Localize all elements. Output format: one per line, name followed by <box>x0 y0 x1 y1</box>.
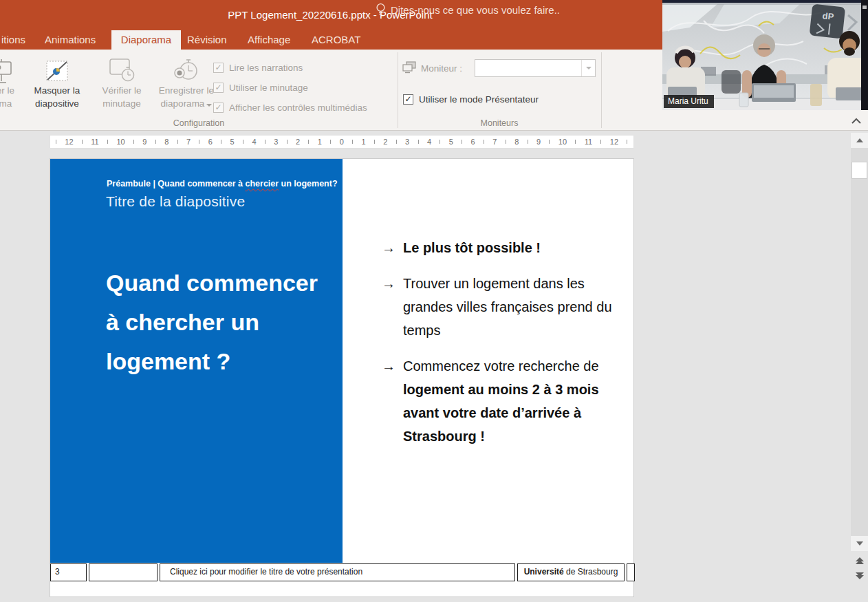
window-title: PPT Logement_20220616.pptx - PowerPoint <box>0 9 660 21</box>
tab-revision[interactable]: Révision <box>187 30 227 50</box>
ruler-tick <box>56 140 56 144</box>
ruler-number: 6 <box>471 138 475 146</box>
checkbox-label: Afficher les contrôles multimédias <box>229 103 367 113</box>
chevron-down-icon <box>581 60 595 76</box>
ruler-number: 8 <box>514 138 519 146</box>
slide-footer-table: 3 Cliquez ici pour modifier le titre de … <box>50 563 635 581</box>
ruler-number: 0 <box>340 138 344 146</box>
ruler-number: 3 <box>405 138 409 146</box>
scroll-up-icon[interactable] <box>851 133 868 148</box>
record-slideshow-button[interactable]: Enregistrer le diaporama <box>153 52 220 124</box>
ruler-tick <box>352 140 353 144</box>
hide-slide-icon <box>25 52 89 84</box>
ruler-tick <box>484 140 484 144</box>
use-presenter-view-checkbox[interactable]: ✓ Utiliser le mode Présentateur <box>403 89 539 109</box>
record-slideshow-icon <box>153 52 220 84</box>
ruler-tick <box>374 140 375 144</box>
misspelled-word: chercier <box>245 179 279 189</box>
slide-canvas[interactable]: Préambule | Quand commencer à chercier u… <box>50 158 634 597</box>
slide-heading[interactable]: Quand commencer à chercher un logement ? <box>106 264 354 381</box>
arrow-bullet-icon: → <box>382 236 403 259</box>
ruler-number: 5 <box>230 138 235 146</box>
scroll-down-icon[interactable] <box>851 536 868 551</box>
bullet-text: Commencez votre recherche de logement au… <box>403 354 629 448</box>
rehearse-timings-button[interactable]: Vérifier le minutage <box>91 52 153 124</box>
slide-eyebrow-text[interactable]: Préambule | Quand commencer à chercier u… <box>107 179 338 189</box>
ruler-number: 12 <box>610 138 618 146</box>
monitor-dropdown[interactable] <box>475 59 596 77</box>
lightbulb-icon <box>376 3 386 17</box>
checkbox-label: Lire les narrations <box>229 63 303 73</box>
vertical-scrollbar[interactable] <box>851 133 868 551</box>
previous-slide-icon[interactable] <box>853 555 867 567</box>
slide-number-cell[interactable]: 3 <box>50 563 87 581</box>
tab-affichage[interactable]: Affichage <box>248 30 290 50</box>
tab-acrobat[interactable]: ACROBAT <box>312 30 360 50</box>
ruler-tick <box>440 140 440 144</box>
ruler-number: 11 <box>585 138 592 146</box>
ruler-tick <box>107 140 108 144</box>
monitor-icon <box>402 61 417 74</box>
ruler-number: 5 <box>449 138 453 146</box>
ruler-tick <box>155 140 156 144</box>
tab-transitions-partial[interactable]: itions <box>1 30 25 50</box>
ruler-tick <box>221 140 221 144</box>
checkbox-use-timings[interactable]: ✓Utiliser le minutage <box>213 78 367 98</box>
checkbox-play-narrations[interactable]: ✓Lire les narrations <box>213 58 367 78</box>
ruler-number: 1 <box>318 138 322 146</box>
monitor-label: Moniteur : <box>421 63 462 74</box>
group-divider <box>601 52 602 128</box>
ruler-number: 1 <box>361 138 365 146</box>
checkbox-show-media-controls[interactable]: ✓Afficher les contrôles multimédias <box>213 98 367 118</box>
ruler-tick <box>265 140 265 144</box>
ruler-number: 2 <box>296 138 300 146</box>
webcam-scene: dP <box>662 0 868 110</box>
horizontal-ruler[interactable]: 1211109876543210123456789101112 <box>50 135 634 149</box>
tab-diaporama[interactable]: Diaporama <box>111 30 181 50</box>
footer-empty-cell[interactable] <box>89 563 158 581</box>
slide-subtitle-placeholder[interactable]: Titre de la diapositive <box>106 193 245 210</box>
checkbox-checked-icon: ✓ <box>213 103 224 113</box>
participant-name-tag: Maria Uritu <box>664 95 714 108</box>
tell-me-label: Dites-nous ce que vous voulez faire.. <box>391 4 560 16</box>
footer-title-placeholder-cell[interactable]: Cliquez ici pour modifier le titre de vo… <box>160 563 515 581</box>
hide-slide-button[interactable]: Masquer la diapositive <box>25 52 89 124</box>
tell-me-box[interactable]: Dites-nous ce que vous voulez faire.. <box>376 0 560 19</box>
monitor-dropdown-value <box>475 60 581 76</box>
ruler-number: 7 <box>492 138 497 146</box>
next-slide-icon[interactable] <box>853 570 867 582</box>
ruler-number: 9 <box>142 138 147 146</box>
ruler-number: 6 <box>208 138 213 146</box>
bullet-text: Trouver un logement dans les grandes vil… <box>403 272 629 342</box>
collapse-ribbon-chevron-icon[interactable] <box>850 117 864 127</box>
ruler-number: 12 <box>65 138 73 146</box>
ruler-tick <box>528 140 528 144</box>
ruler-number: 9 <box>536 138 541 146</box>
ruler-tick <box>627 140 627 144</box>
arrow-bullet-icon: → <box>382 272 403 342</box>
bullet-item[interactable]: →Trouver un logement dans les grandes vi… <box>382 272 629 342</box>
scrollbar-thumb[interactable] <box>851 162 867 179</box>
bullet-item[interactable]: →Le plus tôt possible ! <box>382 236 629 259</box>
slideshow-options: ✓Lire les narrations✓Utiliser le minutag… <box>213 58 367 118</box>
webcam-video-overlay[interactable]: dP <box>662 0 868 110</box>
ruler-number: 11 <box>91 138 98 146</box>
checkbox-label: Utiliser le minutage <box>229 83 308 93</box>
rehearse-timings-icon <box>91 52 153 84</box>
ruler-number: 8 <box>164 138 169 146</box>
ruler-tick <box>418 140 419 144</box>
ruler-tick <box>396 140 397 144</box>
ruler-number: 7 <box>186 138 191 146</box>
ruler-number: 3 <box>274 138 278 146</box>
tab-animations[interactable]: Animations <box>45 30 96 50</box>
bullet-item[interactable]: →Commencez votre recherche de logement a… <box>382 354 629 448</box>
ruler-tick <box>506 140 506 144</box>
ruler-tick <box>462 140 462 144</box>
ruler-number: 2 <box>383 138 387 146</box>
dropdown-caret-icon <box>206 104 212 107</box>
bullet-text: Le plus tôt possible ! <box>403 236 541 259</box>
ruler-tick <box>600 140 601 144</box>
arrow-bullet-icon: → <box>382 354 403 448</box>
slide-body-text[interactable]: →Le plus tôt possible !→Trouver un logem… <box>382 236 629 460</box>
footer-organization-cell[interactable]: Université de Strasbourg <box>517 563 625 581</box>
